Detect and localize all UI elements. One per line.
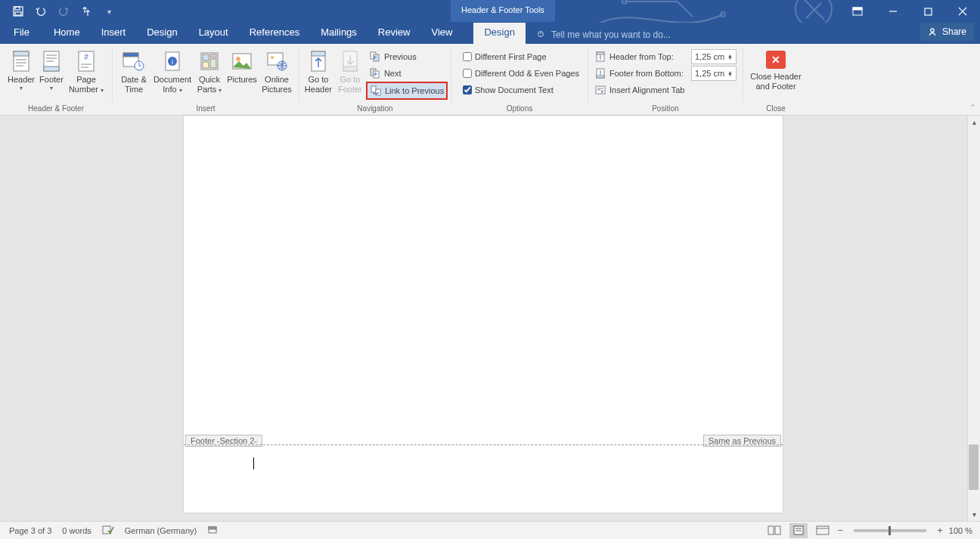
title-bar: ▾ Header & Footer Tools (0, 0, 980, 23)
quick-parts-button[interactable]: QuickParts ▾ (194, 46, 225, 94)
svg-rect-21 (44, 67, 59, 71)
tab-insert[interactable]: Insert (91, 23, 137, 44)
collapse-ribbon-button[interactable]: ˆ (972, 104, 974, 113)
status-word-count[interactable]: 0 words (62, 526, 91, 535)
header-from-top-icon (594, 51, 606, 63)
zoom-out-button[interactable]: − (838, 525, 844, 536)
close-icon: ✕ (766, 51, 786, 69)
svg-rect-41 (203, 62, 209, 68)
svg-rect-38 (203, 54, 209, 60)
goto-footer-icon (338, 49, 362, 73)
svg-point-45 (271, 56, 274, 59)
svg-rect-58 (597, 52, 604, 54)
vertical-scrollbar[interactable]: ▴ ▾ (967, 116, 980, 521)
svg-rect-44 (268, 53, 283, 65)
tab-home[interactable]: Home (43, 23, 91, 44)
group-options: Different First Page Different Odd & Eve… (451, 44, 588, 115)
document-workspace: Footer -Section 2- Same as Previous (0, 116, 967, 521)
spellcheck-icon[interactable] (102, 525, 114, 537)
status-language[interactable]: German (Germany) (125, 526, 197, 535)
zoom-in-button[interactable]: + (937, 525, 943, 536)
tell-me-search[interactable]: Tell me what you want to do... (536, 23, 671, 44)
maximize-button[interactable] (910, 0, 945, 23)
header-icon (9, 49, 33, 73)
tab-references[interactable]: References (239, 23, 310, 44)
web-layout-button[interactable] (814, 523, 832, 538)
previous-icon (369, 51, 381, 63)
goto-footer-button: Go toFooter (334, 46, 366, 94)
svg-text:i: i (172, 58, 173, 66)
share-button[interactable]: Share (920, 23, 974, 41)
svg-rect-30 (123, 53, 138, 57)
undo-button[interactable] (33, 4, 48, 19)
online-pictures-button[interactable]: OnlinePictures (259, 46, 294, 94)
scrollbar-thumb[interactable] (969, 445, 978, 490)
svg-rect-75 (817, 526, 829, 534)
group-label-position: Position (591, 103, 740, 115)
footer-button[interactable]: Footer▾ (36, 46, 67, 91)
macro-icon[interactable] (207, 525, 218, 537)
minimize-button[interactable] (876, 0, 910, 23)
tab-design[interactable]: Design (136, 23, 188, 44)
header-button[interactable]: Header▾ (6, 46, 36, 91)
alignment-tab-icon (594, 84, 606, 96)
page-number-button[interactable]: # PageNumber ▾ (67, 46, 106, 94)
customize-qat-button[interactable]: ▾ (101, 4, 116, 19)
read-mode-button[interactable] (765, 523, 783, 538)
show-document-text-checkbox[interactable]: Show Document Text (460, 82, 582, 98)
redo-button[interactable] (56, 4, 71, 19)
tab-header-footer-design[interactable]: Design (473, 23, 525, 44)
group-close: ✕ Close Header and Footer Close (743, 44, 808, 115)
close-header-footer-button[interactable]: ✕ Close Header and Footer (747, 46, 805, 91)
svg-rect-48 (312, 51, 325, 56)
footer-boundary-line (184, 445, 783, 445)
pictures-button[interactable]: Pictures (225, 46, 259, 85)
header-from-top-spinner[interactable]: 1,25 cm▲▼ (691, 49, 737, 64)
close-window-button[interactable] (945, 0, 980, 23)
print-layout-button[interactable] (789, 523, 808, 538)
tab-view[interactable]: View (420, 23, 463, 44)
svg-point-14 (931, 28, 934, 31)
insert-alignment-tab-button[interactable]: Insert Alignment Tab (591, 82, 740, 98)
quick-access-toolbar: ▾ (0, 4, 116, 19)
status-page[interactable]: Page 3 of 3 (9, 526, 51, 535)
zoom-level[interactable]: 100 % (949, 526, 972, 535)
scroll-up-button[interactable]: ▴ (968, 116, 980, 129)
online-pictures-icon (265, 49, 289, 73)
touch-mode-button[interactable] (79, 4, 94, 19)
tab-file[interactable]: File (0, 23, 43, 44)
zoom-slider[interactable] (854, 529, 926, 532)
tab-mailings[interactable]: Mailings (310, 23, 368, 44)
svg-point-43 (236, 57, 240, 61)
status-bar: Page 3 of 3 0 words German (Germany) − +… (0, 521, 980, 539)
next-button[interactable]: Next (366, 65, 448, 82)
svg-text:#: # (84, 53, 88, 61)
different-first-page-checkbox[interactable]: Different First Page (460, 48, 582, 65)
share-label: Share (942, 26, 966, 37)
tab-layout[interactable]: Layout (188, 23, 239, 44)
document-info-button[interactable]: i DocumentInfo ▾ (150, 46, 194, 94)
date-time-icon (122, 49, 146, 73)
group-label-insert: Insert (116, 103, 296, 115)
previous-button[interactable]: Previous (366, 48, 448, 65)
text-cursor (253, 457, 254, 469)
date-time-button[interactable]: Date &Time (117, 46, 150, 94)
next-icon (369, 67, 381, 79)
goto-header-button[interactable]: Go toHeader (302, 46, 334, 94)
tell-me-placeholder: Tell me what you want to do... (551, 29, 671, 40)
different-odd-even-checkbox[interactable]: Different Odd & Even Pages (460, 65, 582, 82)
footer-from-bottom-icon (594, 67, 606, 79)
save-button[interactable] (11, 4, 26, 19)
svg-rect-8 (853, 8, 862, 10)
ribbon-display-options-button[interactable] (842, 0, 873, 23)
svg-rect-1 (15, 7, 20, 10)
scroll-down-button[interactable]: ▾ (968, 508, 980, 521)
page-canvas[interactable]: Footer -Section 2- Same as Previous (184, 116, 783, 513)
link-to-previous-icon (370, 85, 382, 97)
svg-rect-39 (210, 54, 216, 57)
link-to-previous-button[interactable]: Link to Previous (366, 82, 448, 100)
svg-rect-16 (14, 51, 29, 56)
tab-review[interactable]: Review (368, 23, 421, 44)
svg-rect-61 (597, 76, 604, 78)
footer-from-bottom-spinner[interactable]: 1,25 cm▲▼ (691, 66, 737, 81)
